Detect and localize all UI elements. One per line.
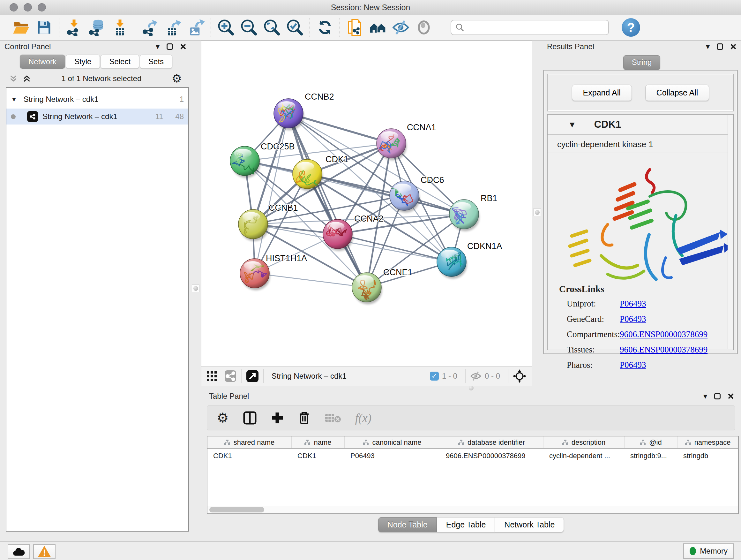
- network-collection-row[interactable]: ▼ String Network – cdk1 1: [6, 92, 188, 107]
- network-edge[interactable]: [255, 273, 367, 287]
- cell-name[interactable]: CDK1: [292, 452, 345, 460]
- tab-select[interactable]: Select: [100, 55, 139, 69]
- tab-string[interactable]: String: [623, 55, 661, 70]
- left-splitter-handle[interactable]: [192, 285, 199, 292]
- cell-description[interactable]: cyclin-dependent ...: [543, 452, 624, 460]
- network-node[interactable]: HIST1H1A: [240, 253, 307, 288]
- import-network-database-button[interactable]: [85, 17, 109, 38]
- export-table-button[interactable]: [161, 17, 185, 38]
- detach-view-icon[interactable]: [246, 370, 259, 382]
- import-network-icon: [65, 19, 83, 36]
- import-network-file-button[interactable]: [63, 17, 85, 38]
- crosslink-uniprot-link[interactable]: P06493: [620, 299, 646, 309]
- table-horizontal-scrollbar[interactable]: [207, 506, 738, 513]
- network-edge[interactable]: [255, 113, 288, 273]
- cell--id[interactable]: stringdb:9...: [624, 452, 677, 460]
- save-session-button[interactable]: [32, 17, 56, 38]
- show-all-button[interactable]: [412, 17, 435, 38]
- crosslink-compartments-link[interactable]: 9606.ENSP00000378699: [620, 329, 708, 339]
- cell-canonical-name[interactable]: P06493: [345, 452, 440, 460]
- gene-collapse-icon[interactable]: ▼: [568, 120, 576, 130]
- column-header--id[interactable]: @id: [624, 436, 677, 448]
- tab-network[interactable]: Network: [20, 55, 65, 69]
- network-graph[interactable]: CCNB2CCNA1CDC25BCDK1CDC6RB1CCNB1CCNA2CDK…: [201, 41, 532, 366]
- horizontal-splitter-handle[interactable]: [469, 386, 474, 390]
- right-splitter-handle[interactable]: [533, 208, 541, 216]
- network-node[interactable]: CCNE1: [352, 267, 413, 302]
- tab-style[interactable]: Style: [66, 55, 100, 69]
- tab-node-table[interactable]: Node Table: [378, 517, 437, 532]
- collapse-all-button[interactable]: Collapse All: [645, 84, 710, 101]
- search-input[interactable]: [465, 23, 599, 32]
- network-edge[interactable]: [288, 113, 391, 143]
- tab-edge-table[interactable]: Edge Table: [437, 517, 495, 532]
- network-node[interactable]: CDKN1A: [437, 241, 502, 276]
- warnings-button[interactable]: [33, 544, 56, 559]
- open-folder-icon: [12, 19, 30, 36]
- tab-sets[interactable]: Sets: [140, 55, 172, 69]
- table-panel-collapse-icon[interactable]: ▾: [703, 392, 707, 401]
- column-header-database-identifier[interactable]: database identifier: [440, 436, 543, 448]
- results-panel-float-icon[interactable]: [717, 44, 723, 50]
- expand-all-networks-icon[interactable]: [22, 74, 31, 83]
- network-node[interactable]: CCNA1: [377, 123, 436, 158]
- column-header-description[interactable]: description: [543, 436, 624, 448]
- column-header-canonical-name[interactable]: canonical name: [345, 436, 440, 448]
- collapse-all-networks-icon[interactable]: [9, 74, 18, 83]
- scrollbar-thumb[interactable]: [209, 507, 264, 512]
- cell-database-identifier[interactable]: 9606.ENSP00000378699: [440, 452, 543, 460]
- control-panel-close-icon[interactable]: [180, 44, 186, 50]
- open-session-button[interactable]: [10, 17, 32, 38]
- network-options-gear-icon[interactable]: ⚙: [172, 72, 182, 85]
- results-panel-collapse-icon[interactable]: ▾: [706, 42, 710, 51]
- grid-view-icon[interactable]: [206, 371, 217, 381]
- results-panel-close-icon[interactable]: [730, 44, 737, 50]
- right-splitter[interactable]: [532, 41, 542, 386]
- zoom-in-button[interactable]: [214, 17, 238, 38]
- zoom-selected-button[interactable]: [283, 17, 307, 38]
- network-node[interactable]: RB1: [449, 193, 497, 229]
- selected-checkbox-icon[interactable]: ✓: [430, 372, 439, 381]
- table-panel-title: Table Panel: [209, 392, 249, 401]
- refresh-button[interactable]: [313, 17, 336, 38]
- crosslink-genecard-link[interactable]: P06493: [620, 314, 646, 324]
- first-neighbors-button[interactable]: [366, 17, 389, 38]
- add-column-icon[interactable]: [271, 412, 284, 424]
- control-panel-collapse-icon[interactable]: ▾: [156, 42, 159, 51]
- delete-column-icon[interactable]: [298, 411, 311, 425]
- expand-all-button[interactable]: Expand All: [572, 84, 632, 101]
- results-scrollbar[interactable]: [728, 115, 733, 349]
- clone-network-button[interactable]: [343, 17, 366, 38]
- show-columns-icon[interactable]: [243, 411, 257, 425]
- network-row[interactable]: String Network – cdk1 11 48: [6, 109, 188, 125]
- hide-selected-button[interactable]: [389, 17, 412, 38]
- cell-namespace[interactable]: stringdb: [677, 452, 738, 460]
- crosslink-pharos-link[interactable]: P06493: [620, 360, 646, 370]
- column-header-name[interactable]: name: [292, 436, 345, 448]
- import-table-button[interactable]: [109, 17, 131, 38]
- birdseye-view-icon[interactable]: [513, 369, 526, 383]
- table-panel-close-icon[interactable]: [728, 393, 734, 399]
- zoom-fit-button[interactable]: [260, 17, 283, 38]
- table-row[interactable]: CDK1CDK1P064939606.ENSP00000378699cyclin…: [207, 449, 738, 462]
- left-splitter[interactable]: [191, 41, 201, 386]
- control-panel-float-icon[interactable]: [166, 44, 173, 50]
- tab-network-table[interactable]: Network Table: [495, 517, 564, 532]
- horizontal-splitter[interactable]: [201, 386, 741, 390]
- crosslink-tissues-link[interactable]: 9606.ENSP00000378699: [620, 345, 708, 355]
- gene-header-row[interactable]: ▼ CDK1: [548, 115, 733, 135]
- column-header-shared-name[interactable]: shared name: [207, 436, 292, 448]
- memory-button[interactable]: Memory: [683, 543, 734, 559]
- export-image-button[interactable]: [185, 17, 207, 38]
- cloud-button[interactable]: [8, 544, 30, 559]
- network-share-view-icon[interactable]: [224, 370, 237, 382]
- cell-shared-name[interactable]: CDK1: [207, 452, 292, 460]
- column-header-namespace[interactable]: namespace: [677, 436, 738, 448]
- zoom-out-button[interactable]: [238, 17, 260, 38]
- network-canvas[interactable]: CCNB2CCNA1CDC25BCDK1CDC6RB1CCNB1CCNA2CDK…: [201, 41, 532, 366]
- table-settings-gear-icon[interactable]: ⚙: [217, 411, 229, 425]
- export-network-button[interactable]: [138, 17, 161, 38]
- collection-expand-icon[interactable]: ▼: [11, 96, 17, 103]
- help-button[interactable]: ?: [622, 18, 640, 37]
- table-panel-float-icon[interactable]: [714, 393, 721, 399]
